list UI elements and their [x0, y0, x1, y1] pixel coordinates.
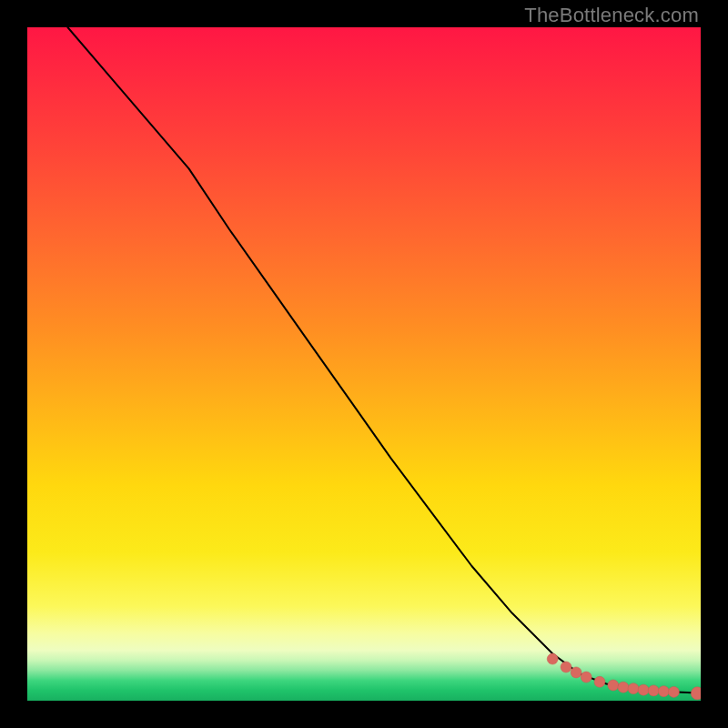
plot-area: [27, 27, 701, 701]
watermark-text: TheBottleneck.com: [524, 4, 699, 27]
chart-frame: TheBottleneck.com: [0, 0, 728, 728]
